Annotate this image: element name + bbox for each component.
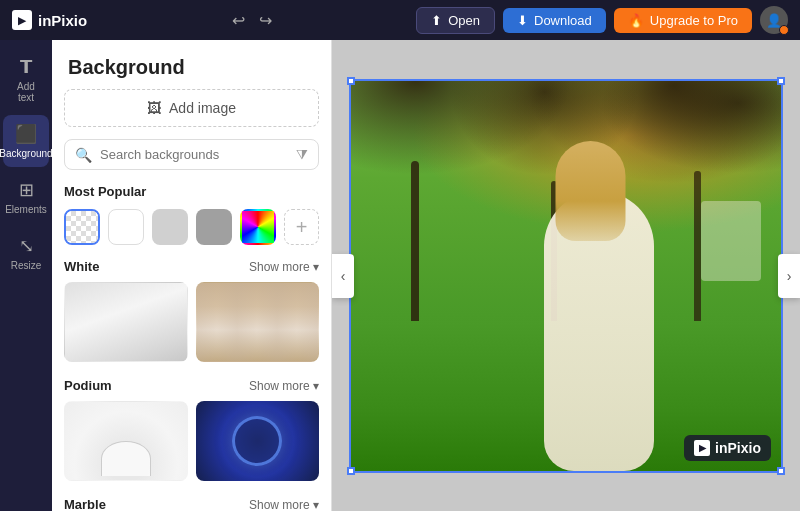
sidebar-item-label: Background (0, 148, 53, 159)
download-button[interactable]: ⬇ Download (503, 8, 606, 33)
marble-show-more[interactable]: Show more ▾ (249, 498, 319, 512)
rainbow-swatch[interactable] (240, 209, 276, 245)
resize-icon: ⤡ (19, 235, 34, 257)
panel-title: Background (52, 40, 331, 89)
category-podium: Podium Show more ▾ (64, 378, 319, 481)
add-text-icon: 𝗧 (20, 56, 32, 78)
add-image-button[interactable]: 🖼 Add image (64, 89, 319, 127)
header-actions: ⬆ Open ⬇ Download 🔥 Upgrade to Pro 👤 (416, 6, 788, 34)
canvas-corner-bl (347, 467, 355, 475)
canvas-corner-tl (347, 77, 355, 85)
sidebar-item-label: Elements (5, 204, 47, 215)
sidebar-item-label: Add text (9, 81, 43, 103)
main: 𝗧 Add text ⬛ Background ⊞ Elements ⤡ Res… (0, 40, 800, 511)
most-popular-label: Most Popular (64, 184, 319, 199)
redo-button[interactable]: ↪ (255, 7, 276, 34)
white-swatch[interactable] (108, 209, 144, 245)
white-bg-1[interactable] (64, 282, 188, 362)
category-marble: Marble Show more ▾ (64, 497, 319, 511)
avatar[interactable]: 👤 (760, 6, 788, 34)
sidebar-item-text[interactable]: 𝗧 Add text (3, 48, 49, 111)
sidebar-nav: 𝗧 Add text ⬛ Background ⊞ Elements ⤡ Res… (0, 40, 52, 511)
gray-swatch[interactable] (196, 209, 232, 245)
category-podium-header: Podium Show more ▾ (64, 378, 319, 393)
search-input[interactable] (100, 147, 288, 162)
light-gray-swatch[interactable] (152, 209, 188, 245)
sidebar-item-resize[interactable]: ⤡ Resize (3, 227, 49, 279)
fire-icon: 🔥 (628, 13, 644, 28)
open-icon: ⬆ (431, 13, 442, 28)
white-grid (64, 282, 319, 362)
download-icon: ⬇ (517, 13, 528, 28)
open-button[interactable]: ⬆ Open (416, 7, 495, 34)
logo-icon: ▶ (12, 10, 32, 30)
search-bar: 🔍 ⧩ (64, 139, 319, 170)
upgrade-button[interactable]: 🔥 Upgrade to Pro (614, 8, 752, 33)
sidebar-item-label: Resize (11, 260, 42, 271)
canvas-left-arrow[interactable]: ‹ (332, 254, 354, 298)
add-color-button[interactable]: + (284, 209, 319, 245)
podium-grid (64, 401, 319, 481)
category-podium-name: Podium (64, 378, 112, 393)
category-white-header: White Show more ▾ (64, 259, 319, 274)
header: ▶ inPixio ↩ ↪ ⬆ Open ⬇ Download 🔥 Upgrad… (0, 0, 800, 40)
category-marble-name: Marble (64, 497, 106, 511)
panel-content: 🖼 Add image 🔍 ⧩ Most Popular + Whi (52, 89, 331, 511)
category-white-name: White (64, 259, 99, 274)
elements-icon: ⊞ (19, 179, 34, 201)
add-image-icon: 🖼 (147, 100, 161, 116)
header-center: ↩ ↪ (228, 7, 276, 34)
watermark: ▶ inPixio (684, 435, 771, 461)
transparent-swatch[interactable] (64, 209, 100, 245)
podium-bg-2[interactable] (196, 401, 320, 481)
sidebar-item-background[interactable]: ⬛ Background (3, 115, 49, 167)
category-marble-header: Marble Show more ▾ (64, 497, 319, 511)
canvas-image: ▶ inPixio (349, 79, 783, 473)
sidebar-item-elements[interactable]: ⊞ Elements (3, 171, 49, 223)
podium-bg-1[interactable] (64, 401, 188, 481)
logo-text: inPixio (38, 12, 87, 29)
canvas-corner-tr (777, 77, 785, 85)
filter-icon[interactable]: ⧩ (296, 146, 308, 163)
color-swatches: + (64, 209, 319, 245)
canvas-area: ‹ (332, 40, 800, 511)
category-white: White Show more ▾ (64, 259, 319, 362)
white-show-more[interactable]: Show more ▾ (249, 260, 319, 274)
avatar-badge (779, 25, 789, 35)
add-image-label: Add image (169, 100, 236, 116)
canvas-corner-br (777, 467, 785, 475)
watermark-text: inPixio (715, 440, 761, 456)
logo: ▶ inPixio (12, 10, 87, 30)
podium-show-more[interactable]: Show more ▾ (249, 379, 319, 393)
white-bg-2[interactable] (196, 282, 320, 362)
background-icon: ⬛ (15, 123, 37, 145)
watermark-icon: ▶ (694, 440, 710, 456)
background-panel: Background 🖼 Add image 🔍 ⧩ Most Popular … (52, 40, 332, 511)
search-icon: 🔍 (75, 147, 92, 163)
undo-button[interactable]: ↩ (228, 7, 249, 34)
canvas-right-arrow[interactable]: › (778, 254, 800, 298)
undo-redo-group: ↩ ↪ (228, 7, 276, 34)
